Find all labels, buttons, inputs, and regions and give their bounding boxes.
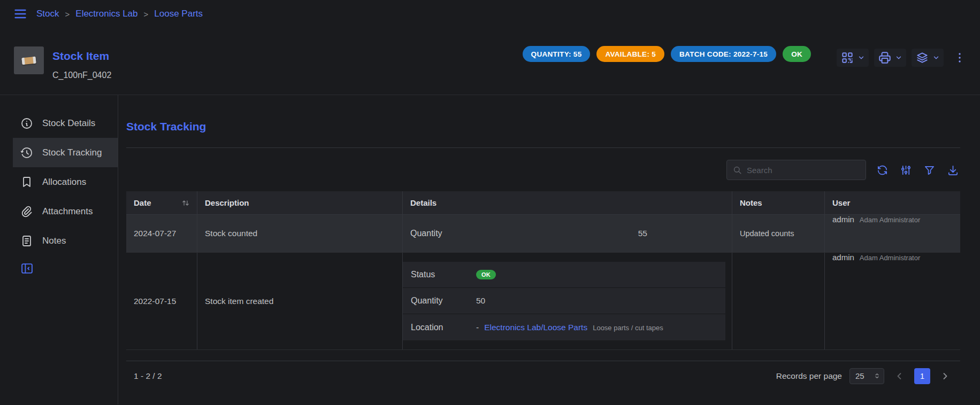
notes-icon — [20, 235, 33, 247]
adjustments-icon — [900, 164, 912, 176]
username: admin — [832, 215, 854, 224]
user-fullname: Adam Administrator — [860, 254, 920, 262]
capacitor-image — [21, 56, 36, 65]
printer-icon — [878, 51, 892, 65]
refresh-icon — [876, 164, 889, 176]
sidebar-item-stock-tracking[interactable]: Stock Tracking — [13, 138, 118, 167]
chevron-right-icon — [940, 371, 951, 381]
details-cell: Quantity 55 — [403, 215, 732, 252]
quantity-badge: QUANTITY: 55 — [523, 46, 591, 62]
stock-tracking-table: Date Description Details Notes User 2024… — [126, 191, 960, 391]
user-cell: admin Adam Administrator — [825, 253, 960, 349]
sidebar-item-notes[interactable]: Notes — [13, 226, 118, 255]
next-page-button[interactable] — [938, 369, 953, 384]
sidebar-item-label: Stock Tracking — [42, 147, 102, 158]
user-fullname: Adam Administrator — [860, 216, 920, 224]
page-header: Stock Item C_100nF_0402 QUANTITY: 55 AVA… — [0, 28, 980, 95]
paperclip-icon — [20, 205, 33, 218]
column-header-details[interactable]: Details — [403, 191, 732, 214]
column-header-user[interactable]: User — [825, 191, 960, 214]
breadcrumb-stock[interactable]: Stock — [36, 9, 59, 19]
chevron-down-icon — [858, 54, 865, 61]
sidebar-item-label: Notes — [42, 236, 66, 246]
detail-label: Status — [411, 270, 476, 279]
table-row: 2022-07-15 Stock item created Status OK … — [126, 253, 960, 350]
username: admin — [832, 253, 854, 262]
column-header-date[interactable]: Date — [126, 191, 197, 214]
notes-text: Updated counts — [740, 229, 794, 238]
detail-label: Location — [411, 323, 476, 332]
table-row: 2024-07-27 Stock counted Quantity 55 Upd… — [126, 215, 960, 253]
info-circle-icon — [20, 117, 33, 130]
detail-value: 55 — [638, 229, 647, 238]
qrcode-icon — [840, 51, 854, 65]
sidebar-item-label: Attachments — [42, 206, 93, 217]
top-navigation-bar: Stock > Electronics Lab > Loose Parts — [0, 0, 980, 28]
table-columns-button[interactable] — [899, 163, 913, 177]
column-header-description[interactable]: Description — [197, 191, 403, 214]
section-heading: Stock Tracking — [126, 120, 960, 134]
date-cell: 2024-07-27 — [126, 215, 197, 252]
table-header-row: Date Description Details Notes User — [126, 191, 960, 215]
details-cell: Status OK Quantity 50 Location - Electro… — [403, 253, 732, 349]
select-chevrons-icon — [873, 372, 881, 380]
sort-icon[interactable] — [182, 199, 189, 207]
header-actions — [837, 49, 967, 67]
description-cell: Stock item created — [197, 253, 403, 349]
printing-actions-button[interactable] — [874, 49, 906, 67]
breadcrumb-separator: > — [65, 10, 70, 19]
detail-value: 50 — [476, 296, 485, 306]
table-toolbar — [126, 160, 960, 180]
records-per-page-value: 25 — [855, 371, 864, 380]
batch-code-badge: BATCH CODE: 2022-7-15 — [671, 46, 776, 62]
stock-operations-button[interactable] — [912, 49, 944, 67]
detail-label: Quantity — [410, 229, 476, 238]
detail-sub-row-quantity: Quantity 50 — [403, 288, 725, 314]
user-cell: admin Adam Administrator — [825, 215, 960, 252]
records-per-page-select[interactable]: 25 — [849, 368, 884, 384]
filter-button[interactable] — [922, 163, 937, 177]
breadcrumb-electronics-lab[interactable]: Electronics Lab — [75, 9, 137, 19]
refresh-button[interactable] — [875, 163, 890, 177]
filter-icon — [923, 164, 936, 176]
sidebar-item-allocations[interactable]: Allocations — [13, 167, 118, 197]
sidebar-item-label: Allocations — [42, 177, 86, 188]
records-range: 1 - 2 / 2 — [134, 371, 162, 381]
detail-sub-row-location: Location - Electronics Lab/Loose Parts L… — [403, 314, 725, 340]
sidebar: Stock Details Stock Tracking Allocations… — [0, 95, 118, 404]
page-title: Stock Item — [52, 49, 111, 63]
notes-cell: Updated counts — [732, 215, 825, 252]
sidebar-item-attachments[interactable]: Attachments — [13, 197, 118, 226]
part-name: C_100nF_0402 — [52, 71, 111, 80]
breadcrumb-loose-parts[interactable]: Loose Parts — [154, 9, 203, 19]
location-description: Loose parts / cut tapes — [593, 324, 663, 332]
page-title-block: Stock Item C_100nF_0402 — [52, 49, 111, 80]
status-ok-badge: OK — [783, 46, 811, 62]
detail-sub-row-status: Status OK — [403, 262, 725, 288]
stock-item-thumbnail[interactable] — [14, 46, 44, 74]
download-icon — [947, 164, 959, 176]
chevron-down-icon — [895, 54, 902, 61]
chevron-down-icon — [932, 54, 940, 61]
location-prefix: - — [476, 323, 479, 332]
status-badges: QUANTITY: 55 AVAILABLE: 5 BATCH CODE: 20… — [523, 46, 811, 62]
sidebar-item-stock-details[interactable]: Stock Details — [13, 108, 118, 138]
previous-page-button[interactable] — [892, 369, 907, 384]
barcode-actions-button[interactable] — [837, 49, 869, 67]
location-link[interactable]: Electronics Lab/Loose Parts — [484, 323, 587, 332]
main-content: Stock Tracking — [118, 95, 980, 404]
download-button[interactable] — [946, 163, 960, 177]
bookmark-icon — [20, 176, 33, 189]
page-1-button[interactable]: 1 — [914, 368, 930, 384]
column-header-notes[interactable]: Notes — [732, 191, 825, 214]
status-ok-mini-badge: OK — [476, 270, 496, 279]
more-options-button[interactable] — [952, 49, 967, 66]
search-input[interactable] — [747, 166, 860, 175]
breadcrumb: Stock > Electronics Lab > Loose Parts — [36, 9, 203, 19]
collapse-sidebar-icon[interactable] — [20, 262, 34, 275]
sidebar-item-label: Stock Details — [42, 118, 95, 129]
history-icon — [20, 146, 33, 159]
menu-icon[interactable] — [13, 6, 28, 21]
chevron-left-icon — [894, 371, 905, 381]
detail-label: Quantity — [411, 296, 476, 306]
